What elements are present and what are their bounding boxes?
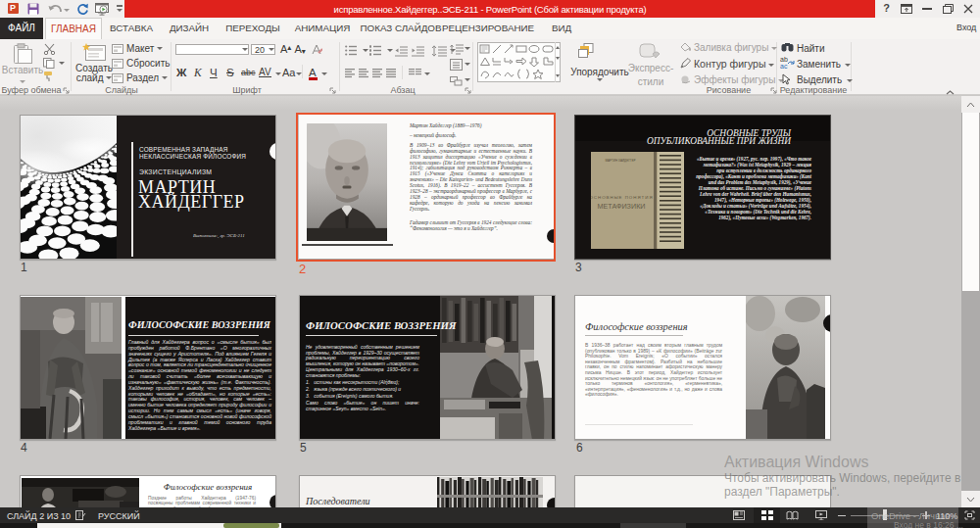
svg-text:МЕТАФИЗИКИ: МЕТАФИЗИКИ: [598, 202, 646, 211]
svg-text:МАРТИН ХАЙДЕГГЕР: МАРТИН ХАЙДЕГГЕР: [606, 159, 636, 163]
svg-text:ОСНОВНЫЕ ПОНЯТИЯ: ОСНОВНЫЕ ПОНЯТИЯ: [591, 195, 654, 200]
